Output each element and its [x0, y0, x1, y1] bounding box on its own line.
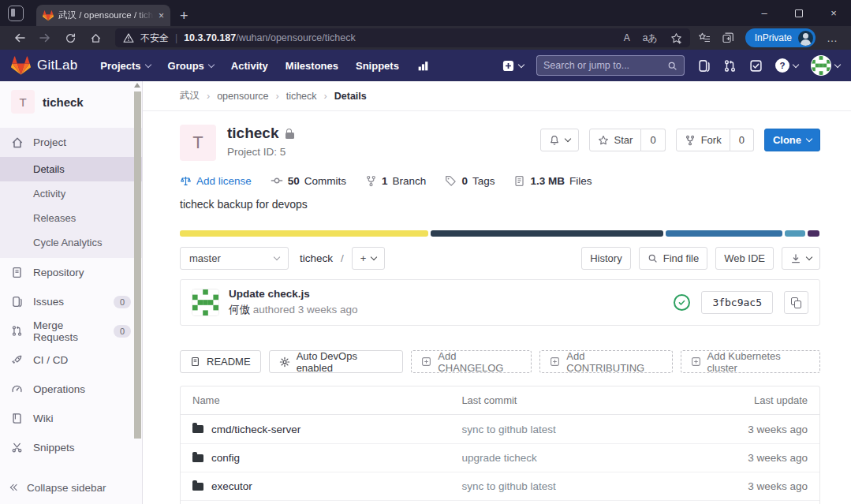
user-menu-button[interactable] [811, 55, 840, 76]
new-menu-button[interactable] [502, 59, 524, 73]
nav-chart-button[interactable] [408, 50, 439, 81]
tab-close-icon[interactable]: × [159, 10, 164, 21]
maximize-button[interactable] [782, 0, 816, 26]
sidebar-project-header[interactable]: T ticheck [0, 81, 142, 121]
back-button[interactable] [8, 28, 32, 47]
scroll-up-arrow-icon[interactable] [134, 83, 140, 88]
minimize-button[interactable]: – [747, 0, 782, 26]
nav-snippets[interactable]: Snippets [347, 50, 408, 81]
web-ide-button[interactable]: Web IDE [715, 247, 774, 270]
sidebar-item-operations[interactable]: Operations [0, 375, 142, 404]
notification-button[interactable] [540, 129, 579, 151]
add-license-link[interactable]: Add license [180, 175, 252, 187]
help-menu-button[interactable]: ? [775, 58, 798, 73]
issues-nav-button[interactable] [697, 59, 711, 73]
scrollbar-thumb[interactable] [134, 91, 141, 439]
star-button[interactable]: Star [589, 129, 642, 151]
browser-tab[interactable]: 武汉 / opensource / ticheck · Git × [36, 5, 170, 26]
fork-count[interactable]: 0 [730, 129, 754, 151]
breadcrumb-link[interactable]: ticheck [286, 91, 317, 102]
files-link[interactable]: 1.3 MBFiles [513, 175, 592, 187]
browser-menu-icon[interactable]: … [827, 32, 838, 44]
star-count[interactable]: 0 [641, 129, 665, 151]
table-row[interactable]: executor sync to github latest 3 weeks a… [181, 472, 819, 500]
collections-icon[interactable] [722, 32, 734, 44]
history-button[interactable]: History [581, 247, 630, 270]
sidebar-item-issues[interactable]: Issues 0 [0, 287, 142, 316]
folder-link[interactable]: executor [211, 480, 252, 492]
gitlab-logo[interactable]: GitLab [11, 56, 77, 76]
commit-message-link[interactable]: sync to github latest [461, 424, 701, 435]
commit-message-link[interactable]: Update check.js [229, 288, 358, 300]
branch-selector[interactable]: master [180, 247, 289, 270]
repo-path[interactable]: ticheck [300, 252, 333, 264]
add-contributing-button[interactable]: Add CONTRIBUTING [539, 350, 672, 373]
sidebar-item-ci-cd[interactable]: CI / CD [0, 345, 142, 375]
tab-preview-icon[interactable] [8, 6, 24, 21]
folder-link[interactable]: cmd/ticheck-server [211, 424, 300, 435]
breadcrumb-link[interactable]: 武汉 [180, 89, 200, 103]
todos-nav-button[interactable] [749, 59, 763, 73]
nav-activity[interactable]: Activity [222, 50, 277, 81]
commit-message-link[interactable]: upgrade ticheck [461, 452, 701, 464]
close-window-button[interactable]: × [816, 0, 851, 26]
find-file-button[interactable]: Find file [639, 247, 708, 270]
search-icon [667, 61, 677, 71]
auto-devops-button[interactable]: Auto DevOps enabled [269, 350, 404, 373]
sidebar-item-details[interactable]: Details [0, 157, 142, 181]
commit-sha[interactable]: 3fbc9ac5 [701, 291, 773, 314]
address-bar[interactable]: 不安全 | 10.3.70.187/wuhan/opensource/tiche… [115, 28, 690, 47]
readme-button[interactable]: README [180, 350, 261, 373]
nav-projects[interactable]: Projects [91, 50, 159, 81]
tags-link[interactable]: 0Tags [445, 175, 495, 187]
download-button[interactable] [782, 247, 820, 270]
nav-groups[interactable]: Groups [159, 50, 222, 81]
pipeline-status-icon[interactable] [674, 294, 690, 311]
sidebar-item-wiki[interactable]: Wiki [0, 404, 142, 433]
table-row[interactable]: cmd/ticheck-server sync to github latest… [181, 415, 819, 443]
breadcrumb-current: Details [334, 91, 367, 102]
language-bar[interactable] [180, 230, 820, 237]
table-row[interactable]: internal sync to github latest 3 weeks a… [181, 500, 819, 504]
sidebar-item-cycle-analytics[interactable]: Cycle Analytics [0, 230, 142, 255]
refresh-button[interactable] [58, 28, 82, 47]
search-box[interactable] [536, 55, 685, 76]
sidebar-item-activity[interactable]: Activity [0, 181, 142, 206]
toolbar-right-icons: InPrivate … [698, 28, 838, 47]
url-text[interactable]: 10.3.70.187/wuhan/opensource/ticheck [184, 32, 356, 43]
merge-requests-nav-button[interactable] [723, 59, 737, 73]
table-row[interactable]: config upgrade ticheck 3 weeks ago [181, 443, 819, 472]
sidebar-item-merge-requests[interactable]: Merge Requests 0 [0, 316, 142, 345]
sidebar-item-snippets[interactable]: Snippets [0, 433, 142, 462]
add-kubernetes-cluster-button[interactable]: Add Kubernetes cluster [681, 350, 820, 373]
sidebar-item-releases[interactable]: Releases [0, 206, 142, 230]
sidebar-item-repository[interactable]: Repository [0, 258, 142, 287]
home-button[interactable] [84, 28, 107, 47]
add-changelog-button[interactable]: Add CHANGELOG [411, 350, 532, 373]
forward-button[interactable] [33, 28, 57, 47]
read-aloud-icon[interactable]: A [624, 32, 630, 43]
favorites-bar-icon[interactable] [698, 32, 711, 44]
nav-milestones[interactable]: Milestones [277, 50, 347, 81]
copy-sha-button[interactable] [784, 291, 808, 314]
sidebar-scrollbar[interactable] [133, 81, 142, 504]
breadcrumb-link[interactable]: opensource [217, 91, 268, 102]
search-input[interactable] [543, 60, 667, 71]
branches-link[interactable]: 1Branch [365, 175, 426, 187]
inprivate-badge[interactable]: InPrivate [745, 28, 816, 47]
commits-link[interactable]: 50Commits [271, 174, 346, 187]
commit-author-identicon[interactable] [192, 289, 219, 316]
commit-message-link[interactable]: sync to github latest [461, 480, 701, 492]
security-label[interactable]: 不安全 [140, 32, 169, 45]
commit-author-link[interactable]: 何傲 [229, 304, 250, 315]
new-tab-button[interactable]: + [180, 9, 188, 23]
add-file-button[interactable]: + [352, 247, 386, 270]
sidebar-project-name: ticheck [43, 95, 84, 109]
folder-link[interactable]: config [211, 452, 240, 464]
collapse-sidebar-button[interactable]: Collapse sidebar [0, 470, 142, 504]
translate-icon[interactable]: aあ [643, 32, 658, 45]
add-favorite-icon[interactable] [670, 32, 682, 44]
sidebar-item-project[interactable]: Project [0, 128, 142, 157]
fork-button[interactable]: Fork [676, 129, 730, 151]
clone-button[interactable]: Clone [764, 129, 820, 151]
